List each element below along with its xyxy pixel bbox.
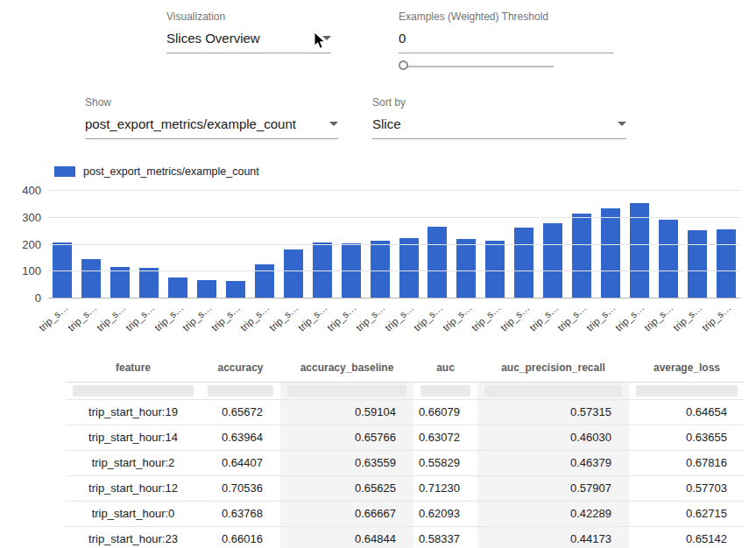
bar-slot	[481, 241, 510, 298]
bar[interactable]	[514, 228, 533, 298]
metric-cell: 0.67816	[629, 450, 745, 475]
bar-slot	[394, 238, 423, 298]
metric-cell: 0.57907	[477, 475, 629, 501]
bar-slot	[568, 214, 597, 298]
metric-cell: 0.64654	[629, 399, 745, 425]
bar[interactable]	[601, 208, 620, 298]
table-row: trip_start_hour:20.644070.635590.558290.…	[66, 450, 745, 475]
slider-track[interactable]	[404, 66, 554, 67]
column-header-accuracy_baseline[interactable]: accuracy_baseline	[280, 355, 413, 382]
mouse-cursor-icon	[314, 32, 328, 50]
feature-cell: trip_start_hour:14	[66, 425, 201, 450]
gridline	[48, 217, 740, 218]
filter-input-average_loss[interactable]	[636, 385, 738, 397]
slider-knob[interactable]	[399, 60, 408, 70]
bar[interactable]	[717, 229, 736, 298]
chart-plot-area	[48, 190, 740, 298]
x-axis: trip_s…trip_s…trip_s…trip_s…trip_s…trip_…	[48, 298, 740, 336]
bar[interactable]	[427, 227, 447, 298]
y-axis: 0100200300400	[9, 190, 48, 298]
metric-cell: 0.44173	[477, 526, 629, 548]
filter-input-feature[interactable]	[73, 385, 194, 397]
filter-input-auc_precision_recall[interactable]	[484, 385, 622, 397]
show-value: post_export_metrics/example_count	[85, 116, 296, 131]
bar[interactable]	[399, 238, 419, 298]
table-row: trip_start_hour:120.705360.656250.712300…	[66, 475, 745, 501]
metric-cell: 0.63964	[201, 425, 280, 450]
feature-cell: trip_start_hour:0	[66, 501, 201, 526]
bar-slot	[222, 281, 251, 298]
bar[interactable]	[81, 259, 101, 298]
bar[interactable]	[255, 264, 274, 298]
bar-slot	[106, 267, 135, 298]
table-header-row: featureaccuracyaccuracy_baselineaucauc_p…	[66, 355, 745, 382]
feature-cell: trip_start_hour:2	[66, 450, 201, 475]
filter-input-auc[interactable]	[420, 385, 470, 397]
bar-slot	[682, 230, 711, 298]
metric-cell: 0.62715	[629, 501, 745, 526]
bar[interactable]	[284, 249, 303, 298]
bar[interactable]	[197, 280, 216, 298]
column-header-accuracy[interactable]: accuracy	[201, 355, 280, 382]
column-header-feature[interactable]: feature	[66, 355, 201, 382]
bar-slot	[452, 239, 481, 298]
bar-slot	[539, 223, 568, 298]
metric-cell: 0.64844	[280, 526, 413, 548]
chart-legend: post_export_metrics/example_count	[54, 165, 259, 178]
metric-cell: 0.42289	[477, 501, 629, 526]
metric-cell: 0.65766	[280, 425, 413, 450]
bar[interactable]	[485, 241, 505, 298]
bar[interactable]	[371, 241, 390, 298]
metric-cell: 0.66667	[280, 501, 413, 526]
visualization-value: Slices Overview	[166, 31, 260, 46]
gridline	[48, 270, 740, 271]
bar[interactable]	[139, 268, 159, 298]
bar[interactable]	[456, 239, 476, 298]
x-tick-label: trip_s…	[37, 302, 69, 333]
visualization-label: Visualization	[166, 11, 331, 23]
slices-bar-chart: 0100200300400 trip_s…trip_s…trip_s…trip_…	[9, 190, 740, 336]
visualization-control: Visualization Slices Overview	[166, 11, 331, 53]
filter-input-accuracy_baseline[interactable]	[287, 385, 406, 397]
bar-slot	[135, 268, 164, 298]
bar-slot	[164, 278, 193, 298]
show-control: Show post_export_metrics/example_count	[85, 96, 338, 139]
filter-input-accuracy[interactable]	[208, 385, 273, 397]
metric-cell: 0.63768	[201, 501, 280, 526]
y-tick-label: 300	[22, 211, 41, 224]
bar[interactable]	[572, 214, 591, 298]
bar[interactable]	[168, 278, 187, 298]
sort-by-control: Sort by Slice	[372, 96, 626, 139]
bar[interactable]	[688, 230, 707, 298]
table-row: trip_start_hour:230.660160.648440.583370…	[66, 526, 745, 548]
bar-slot	[279, 249, 307, 298]
visualization-dropdown[interactable]: Slices Overview	[166, 31, 331, 53]
metric-cell: 0.65672	[201, 399, 280, 425]
bar-slot	[250, 264, 279, 298]
threshold-control: Examples (Weighted) Threshold 0	[399, 11, 613, 53]
metric-cell: 0.64407	[201, 450, 280, 475]
legend-label: post_export_metrics/example_count	[83, 165, 259, 178]
gridline	[48, 190, 740, 191]
threshold-value: 0	[399, 31, 406, 46]
threshold-slider[interactable]	[399, 60, 554, 73]
show-dropdown[interactable]: post_export_metrics/example_count	[85, 116, 338, 139]
metric-cell: 0.66079	[413, 399, 477, 425]
y-tick-label: 0	[35, 292, 41, 305]
metric-cell: 0.65625	[280, 475, 413, 501]
bar-slot	[365, 241, 394, 298]
sort-by-label: Sort by	[372, 96, 626, 109]
metric-cell: 0.55829	[413, 450, 477, 475]
bar[interactable]	[226, 281, 245, 298]
column-header-auc_precision_recall[interactable]: auc_precision_recall	[477, 355, 629, 382]
metric-cell: 0.58337	[413, 526, 477, 548]
bar[interactable]	[543, 223, 562, 298]
column-header-average_loss[interactable]: average_loss	[629, 355, 745, 382]
chevron-down-icon	[618, 122, 626, 126]
threshold-input[interactable]: 0	[399, 31, 613, 53]
bar[interactable]	[110, 267, 130, 298]
column-header-auc[interactable]: auc	[413, 355, 477, 382]
bar[interactable]	[659, 220, 678, 298]
sort-by-dropdown[interactable]: Slice	[372, 116, 626, 139]
table-row: trip_start_hour:00.637680.666670.620930.…	[66, 501, 745, 526]
